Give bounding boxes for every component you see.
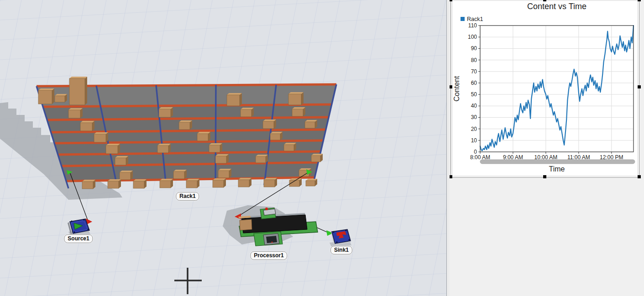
pallet-box-front xyxy=(160,181,171,188)
pallet-box-top xyxy=(94,132,108,134)
pallet-box-top xyxy=(157,144,171,145)
pallet-box-front xyxy=(305,122,315,128)
pallet-box xyxy=(157,144,171,153)
selection-handle[interactable] xyxy=(638,175,641,178)
pallet-box xyxy=(80,121,94,131)
rack-label: Rack1 xyxy=(176,192,199,201)
dashboard-pane[interactable]: Content vs TimeRack111010090807060504030… xyxy=(450,0,644,296)
pallet-box-front xyxy=(120,172,131,180)
pallet-box xyxy=(218,169,231,178)
pallet-box xyxy=(115,156,128,165)
pallet-box-top xyxy=(133,179,147,181)
pallet-box xyxy=(209,143,222,152)
pallet-box-front xyxy=(215,156,226,163)
pallet-box-top xyxy=(241,108,254,109)
pallet-box xyxy=(133,179,147,188)
plot-area xyxy=(480,26,634,152)
processor-label: Processor1 xyxy=(250,251,287,260)
pallet-box xyxy=(38,88,54,104)
pallet-box-front xyxy=(68,110,80,118)
pallet-box xyxy=(159,107,173,117)
pallet-box-front xyxy=(264,180,275,187)
pallet-box xyxy=(289,178,302,187)
pallet-box-front xyxy=(82,182,93,189)
pallet-box-front xyxy=(227,95,240,106)
pallet-box xyxy=(160,179,173,188)
pallet-box xyxy=(186,179,199,188)
pallet-box-front xyxy=(284,145,294,151)
pallet-box xyxy=(238,178,251,187)
selection-handle[interactable] xyxy=(450,175,452,178)
content-vs-time-chart-widget[interactable]: Content vs TimeRack111010090807060504030… xyxy=(450,0,644,182)
selection-handle[interactable] xyxy=(638,0,641,1)
rack-post xyxy=(215,85,216,186)
pallet-box-front xyxy=(292,109,303,116)
legend-label: Rack1 xyxy=(467,16,483,22)
pallet-box-side xyxy=(85,77,87,105)
rack-object[interactable] xyxy=(37,77,336,189)
pallet-box-top xyxy=(215,154,229,156)
source-label: Source1 xyxy=(64,234,93,243)
pallet-box-top xyxy=(159,107,173,109)
y-tick-label: 110 xyxy=(468,22,477,29)
selection-handle[interactable] xyxy=(543,175,546,178)
pallet-box-front xyxy=(179,122,190,130)
pallet-box-front xyxy=(306,181,315,186)
x-axis-title: Time xyxy=(549,165,565,173)
pallet-box xyxy=(197,132,210,141)
pallet-box xyxy=(241,108,254,117)
application-window: Rack1 Source1 Processor1 Sink1 Content v… xyxy=(0,0,644,296)
selection-handle[interactable] xyxy=(450,0,452,1)
pallet-box-front xyxy=(218,171,229,178)
pallet-box-top xyxy=(160,179,173,181)
pallet-box-top xyxy=(209,143,222,145)
legend-swatch xyxy=(461,17,465,21)
pallet-box-front xyxy=(133,181,144,188)
pallet-box-front xyxy=(69,78,85,105)
pallet-box xyxy=(173,170,187,179)
y-tick-label: 80 xyxy=(471,57,477,63)
pallet-box xyxy=(213,178,226,187)
y-tick-label: 90 xyxy=(471,45,477,52)
y-tick-label: 50 xyxy=(471,91,477,98)
pallet-box-top xyxy=(173,170,187,171)
selection-handle[interactable] xyxy=(450,85,452,88)
pallet-box-front xyxy=(38,90,52,104)
chart-x-scrollbar[interactable] xyxy=(480,160,635,164)
pallet-box-front xyxy=(115,158,126,165)
selection-handle[interactable] xyxy=(638,85,641,88)
scene-canvas xyxy=(0,0,446,296)
selection-handle[interactable] xyxy=(543,0,546,1)
y-tick-label: 20 xyxy=(471,126,477,132)
pallet-box-top xyxy=(264,178,277,180)
pallet-box xyxy=(215,154,229,163)
pallet-box xyxy=(292,107,305,116)
pallet-box-front xyxy=(238,180,249,187)
pallet-box xyxy=(256,155,268,163)
pallet-box xyxy=(82,180,95,189)
pallet-box-front xyxy=(288,94,301,105)
pallet-box-front xyxy=(106,145,118,154)
pallet-box-front xyxy=(311,156,320,162)
pallet-box xyxy=(311,154,323,162)
pallet-box-front xyxy=(173,171,184,179)
y-tick-label: 60 xyxy=(471,80,477,86)
pallet-box-top xyxy=(68,108,83,110)
pallet-box-front xyxy=(209,145,220,152)
y-tick-label: 40 xyxy=(471,103,477,109)
pallet-box-top xyxy=(292,107,305,109)
pallet-box xyxy=(94,132,108,142)
pallet-box-top xyxy=(186,179,199,181)
pallet-box-front xyxy=(94,134,106,142)
sink-label: Sink1 xyxy=(330,246,352,254)
pallet-box-side xyxy=(301,92,304,105)
pallet-box-front xyxy=(108,181,119,188)
pallet-box-front xyxy=(256,156,266,163)
pallet-box-top xyxy=(213,178,226,180)
pallet-box-top xyxy=(106,144,120,145)
pallet-box-top xyxy=(120,171,133,172)
pallet-box-top xyxy=(288,92,304,94)
model-3d-view[interactable]: Rack1 Source1 Processor1 Sink1 xyxy=(0,0,447,296)
pallet-box-front xyxy=(241,109,251,117)
pallet-box-top xyxy=(227,93,242,95)
